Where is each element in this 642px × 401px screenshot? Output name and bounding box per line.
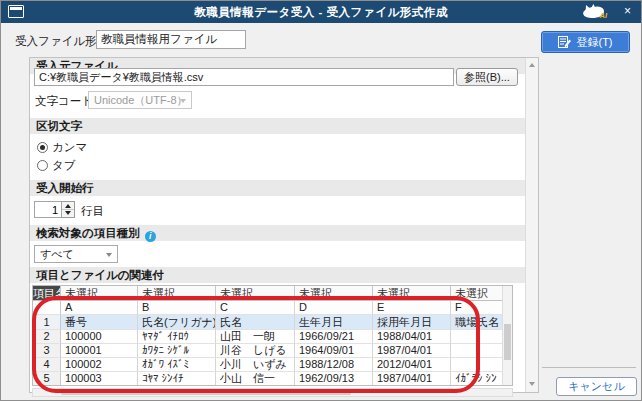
table-cell: 番号 [61,315,138,330]
mapping-table-body: 1番号氏名(フリガナ)氏名生年月日採用年月日職場氏名2100000ﾔﾏﾀﾞ ｲﾁ… [33,315,502,385]
table-horizontal-scrollbar[interactable] [32,388,513,397]
sidebar-divider [542,367,636,368]
table-row: 2100000ﾔﾏﾀﾞ ｲﾁﾛｳ山田 一朗1966/09/211988/04/0… [33,330,502,344]
table-cell: 小川 いずみ [216,358,295,372]
panel-content: 受入元ファイル 参照(B)... 文字コード Unicode（UTF-8） 区切… [30,58,525,392]
row-number: 2 [33,330,61,344]
section-start-row: 受入開始行 [30,180,525,196]
scroll-up-icon[interactable] [526,59,538,72]
table-row: 5100003ｺﾔﾏ ｼﾝｲﾁ小山 信一1962/09/131987/04/01… [33,372,502,385]
register-button[interactable]: 登録(T) [541,31,630,53]
table-cell: 100003 [61,372,138,385]
column-letter: F [451,301,502,315]
table-cell [451,358,502,372]
table-cell: 氏名 [216,315,295,330]
column-select-dropdown[interactable]: 未選択 [216,286,295,301]
radio-tab[interactable]: タブ [37,158,76,173]
row-number: 3 [33,344,61,358]
table-cell: ｵｶﾞﾜ ｲｽﾞﾐ [138,358,216,372]
section-item-type: 検索対象の項目種別i [30,225,525,241]
table-cell: 100002 [61,358,138,372]
row-number: 4 [33,358,61,372]
table-cell: 1966/09/21 [295,330,373,344]
item-type-title: 検索対象の項目種別 [36,227,140,239]
table-cell: ｶﾜﾀﾆ ｼｹﾞﾙ [138,344,216,358]
encoding-dropdown[interactable]: Unicode（UTF-8） [88,91,192,109]
start-row-stepper[interactable] [34,201,62,218]
table-vertical-scrollbar[interactable] [502,286,512,385]
register-button-label: 登録(T) [576,35,612,50]
table-cell [451,330,502,344]
stepper-down-icon[interactable] [62,209,74,217]
radio-comma-label: カンマ [52,140,87,155]
table-cell: 山田 一朗 [216,330,295,344]
column-select-dropdown[interactable]: 未選択 [451,286,502,301]
format-name-input[interactable] [96,30,246,49]
encoding-label: 文字コード [35,94,93,109]
column-letter: A [61,301,138,315]
mapping-letter-row: ABCDEF [33,301,502,315]
table-cell: 2012/04/01 [373,358,451,372]
table-cell: ｲｶﾞﾗｼ ｼﾝ [451,372,502,385]
table-cell: 採用年月日 [373,315,451,330]
item-type-dropdown[interactable]: すべて [34,245,118,263]
table-cell: 1987/04/01 [373,344,451,358]
column-select-dropdown[interactable]: 未選択 [138,286,216,301]
radio-tab-icon [37,160,48,171]
title-bar: 教職員情報データ受入 - 受入ファイル形式作成 AI × [1,1,641,23]
table-row: 3100001ｶﾜﾀﾆ ｼｹﾞﾙ川谷 しげる1964/09/011987/04/… [33,344,502,358]
main-panel: 受入元ファイル 参照(B)... 文字コード Unicode（UTF-8） 区切… [29,57,539,393]
start-row-suffix: 行目 [81,204,104,219]
radio-tab-label: タブ [52,158,76,173]
column-letter: B [138,301,216,315]
letter-row-corner [33,301,61,315]
table-cell: 1988/12/08 [295,358,373,372]
column-select-dropdown[interactable]: 未選択 [373,286,451,301]
table-cell: 1988/04/01 [373,330,451,344]
info-icon[interactable]: i [145,231,156,242]
table-cell [451,344,502,358]
column-letter: C [216,301,295,315]
column-letter: E [373,301,451,315]
cancel-button[interactable]: キャンセル [556,377,637,396]
register-form-icon [558,36,571,48]
mapping-columns: 項目名未選択未選択未選択未選択未選択未選択 ABCDEF 1番号氏名(フリガナ)… [33,286,502,385]
file-path-input[interactable] [34,68,454,86]
panel-vertical-scrollbar[interactable] [525,58,538,392]
radio-comma[interactable]: カンマ [37,140,87,155]
table-cell: 氏名(フリガナ) [138,315,216,330]
browse-button[interactable]: 参照(B)... [456,68,518,86]
table-row: 1番号氏名(フリガナ)氏名生年月日採用年月日職場氏名 [33,315,502,330]
section-delimiter: 区切文字 [30,118,525,134]
column-select-dropdown[interactable]: 未選択 [295,286,373,301]
table-row: 4100002ｵｶﾞﾜ ｲｽﾞﾐ小川 いずみ1988/12/082012/04/… [33,358,502,372]
table-cell: 小山 信一 [216,372,295,385]
table-cell: 100001 [61,344,138,358]
row-number: 1 [33,315,61,330]
scrollbar-thumb[interactable] [504,324,511,360]
window-title: 教職員情報データ受入 - 受入ファイル形式作成 [1,5,641,20]
section-mapping: 項目とファイルの関連付 [30,267,525,283]
mapping-corner-header: 項目名 [33,286,61,301]
column-select-dropdown[interactable]: 未選択 [61,286,138,301]
row-number: 5 [33,372,61,385]
table-cell: ｺﾔﾏ ｼﾝｲﾁ [138,372,216,385]
table-cell: ﾔﾏﾀﾞ ｲﾁﾛｳ [138,330,216,344]
table-cell: 1987/04/01 [373,372,451,385]
mapping-table: 項目名未選択未選択未選択未選択未選択未選択 ABCDEF 1番号氏名(フリガナ)… [32,285,513,386]
stepper-buttons [62,201,75,218]
table-cell: 100000 [61,330,138,344]
column-letter: D [295,301,373,315]
table-cell: 職場氏名 [451,315,502,330]
ai-mascot-icon: AI [581,3,607,20]
scrollbar-thumb[interactable] [61,390,351,395]
table-cell: 川谷 しげる [216,344,295,358]
import-format-dialog: 教職員情報データ受入 - 受入ファイル形式作成 AI × 受入ファイル形式名 登… [0,0,642,401]
ai-logo-label: AI [600,11,608,20]
table-cell: 1962/09/13 [295,372,373,385]
scroll-down-icon[interactable] [526,378,538,391]
radio-comma-icon [37,142,48,153]
window-icon [8,5,24,18]
close-icon[interactable]: × [624,4,631,18]
table-cell: 生年月日 [295,315,373,330]
